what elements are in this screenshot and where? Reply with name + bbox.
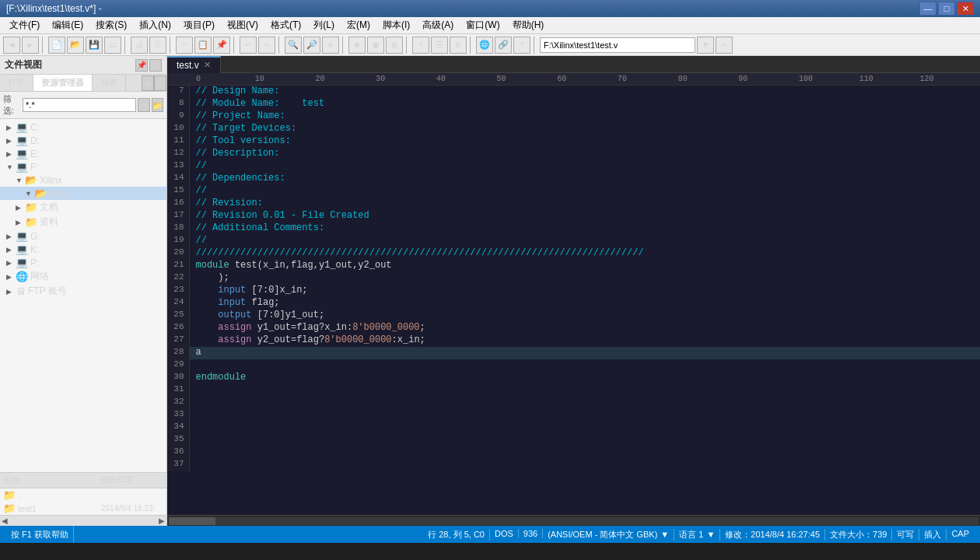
scrollbar-thumb[interactable] — [169, 517, 215, 525]
lang-section[interactable]: 语言 1 ▼ — [674, 529, 720, 541]
code-row[interactable]: 27 assign y2_out=flag?8'b0000_0000:x_in; — [167, 334, 980, 347]
code-row[interactable]: 34 — [167, 422, 980, 434]
code-row[interactable]: 9// Project Name: — [167, 110, 980, 123]
line-content[interactable]: // — [189, 160, 980, 173]
toolbar-web2[interactable]: 🔗 — [495, 37, 512, 54]
toolbar-b5[interactable]: ☰ — [431, 37, 448, 54]
line-content[interactable] — [189, 359, 980, 372]
toolbar-open[interactable]: 📂 — [67, 37, 84, 54]
code-row[interactable]: 10// Target Devices: — [167, 123, 980, 135]
code-row[interactable]: 25 output [7:0]y1_out; — [167, 310, 980, 322]
menu-insert[interactable]: 插入(N) — [133, 17, 177, 33]
menu-edit[interactable]: 编辑(E) — [46, 17, 89, 33]
menu-view[interactable]: 视图(V) — [221, 17, 264, 33]
line-content[interactable]: assign y1_out=flag?x_in:8'b0000_0000; — [189, 322, 980, 334]
toolbar-print[interactable]: 🖨 — [131, 37, 148, 54]
code-row[interactable]: 16// Revision: — [167, 198, 980, 210]
editor-tab-test[interactable]: test.v ✕ — [167, 56, 221, 73]
line-content[interactable]: endmodule — [189, 372, 980, 384]
line-content[interactable]: ); — [189, 272, 980, 285]
line-content[interactable] — [189, 434, 980, 446]
line-content[interactable]: // Design Name: — [189, 86, 980, 98]
sidebar-pin-button[interactable]: 📌 — [135, 59, 148, 72]
file-row-test1[interactable]: 📁 test1 2014/8/4 16:23: — [0, 502, 166, 515]
toolbar-web[interactable]: 🌐 — [476, 37, 493, 54]
code-row[interactable]: 15// — [167, 185, 980, 198]
menu-column[interactable]: 列(L) — [307, 17, 341, 33]
code-row[interactable]: 14// Dependencies: — [167, 173, 980, 185]
editor-scrollbar[interactable] — [167, 515, 980, 526]
code-row[interactable]: 32 — [167, 397, 980, 409]
code-row[interactable]: 30endmodule — [167, 372, 980, 384]
code-row[interactable]: 36 — [167, 446, 980, 459]
ansi-dropdown[interactable]: ▼ — [660, 530, 669, 539]
toolbar-b6[interactable]: ⊞ — [450, 37, 467, 54]
line-content[interactable]: ////////////////////////////////////////… — [189, 247, 980, 260]
tree-item-e[interactable]: ▶ 💻 E: — [0, 147, 166, 160]
code-row[interactable]: 7// Design Name: — [167, 86, 980, 98]
toolbar-redo[interactable]: ↪ — [258, 37, 275, 54]
toolbar-help[interactable]: ? — [513, 37, 530, 54]
minimize-button[interactable]: — — [919, 2, 936, 16]
toolbar-addr-go[interactable]: ▼ — [697, 37, 714, 54]
line-content[interactable] — [189, 459, 980, 471]
close-button[interactable]: ✕ — [957, 2, 974, 16]
menu-advanced[interactable]: 高级(A) — [416, 17, 460, 33]
line-content[interactable] — [189, 397, 980, 409]
sidebar-tab-explorer[interactable]: 资源管理器 — [33, 75, 93, 91]
toolbar-save[interactable]: 💾 — [86, 37, 103, 54]
toolbar-find[interactable]: 🔍 — [285, 37, 302, 54]
code-row[interactable]: 8// Module Name: test — [167, 98, 980, 110]
toolbar-undo[interactable]: ↩ — [240, 37, 257, 54]
line-content[interactable]: // Target Devices: — [189, 123, 980, 135]
code-row[interactable]: 12// Description: — [167, 148, 980, 160]
menu-format[interactable]: 格式(T) — [264, 17, 307, 33]
code-row[interactable]: 13// — [167, 160, 980, 173]
scroll-right[interactable]: ▶ — [159, 516, 165, 525]
tree-item-data[interactable]: ▶ 📁 资料 — [0, 215, 166, 229]
toolbar-paste[interactable]: 📌 — [213, 37, 230, 54]
line-content[interactable]: assign y2_out=flag?8'b0000_0000:x_in; — [189, 334, 980, 347]
line-content[interactable] — [189, 384, 980, 397]
toolbar-b1[interactable]: ■ — [348, 37, 366, 54]
code-row[interactable]: 20//////////////////////////////////////… — [167, 247, 980, 260]
tree-item-d[interactable]: ▶ 💻 D: — [0, 134, 166, 147]
filter-go-button[interactable]: ▶ — [138, 98, 149, 112]
scroll-left[interactable]: ◀ — [2, 516, 8, 525]
menu-project[interactable]: 项目(P) — [177, 17, 221, 33]
code-row[interactable]: 18// Additional Comments: — [167, 222, 980, 235]
toolbar-b2[interactable]: ▦ — [367, 37, 384, 54]
filter-browse-button[interactable]: 📁 — [152, 98, 163, 112]
tree-item-c[interactable]: ▶ 💻 C: — [0, 121, 166, 134]
tree-item-xilinx[interactable]: ▼ 📂 Xilinx — [0, 173, 166, 187]
code-row[interactable]: 23 input [7:0]x_in; — [167, 285, 980, 297]
line-content[interactable]: // — [189, 185, 980, 198]
toolbar-cut[interactable]: ✂ — [176, 37, 193, 54]
toolbar-save-all[interactable]: 🗂 — [104, 37, 121, 54]
menu-macro[interactable]: 宏(M) — [341, 17, 376, 33]
code-row[interactable]: 28a — [167, 347, 980, 359]
menu-file[interactable]: 文件(F) — [3, 17, 46, 33]
code-row[interactable]: 29 — [167, 359, 980, 372]
line-content[interactable]: // Additional Comments: — [189, 222, 980, 235]
toolbar-new[interactable]: 📄 — [48, 37, 65, 54]
line-content[interactable]: a — [189, 347, 980, 359]
line-content[interactable]: input flag; — [189, 297, 980, 310]
line-content[interactable] — [189, 409, 980, 422]
line-content[interactable]: // Tool versions: — [189, 135, 980, 148]
toolbar-b4[interactable]: ⚡ — [412, 37, 429, 54]
line-content[interactable]: // Project Name: — [189, 110, 980, 123]
code-row[interactable]: 11// Tool versions: — [167, 135, 980, 148]
line-content[interactable]: // Revision 0.01 - File Created — [189, 210, 980, 222]
lang-dropdown[interactable]: ▼ — [706, 530, 715, 539]
horizontal-scrollbar[interactable] — [169, 517, 978, 525]
code-row[interactable]: 35 — [167, 434, 980, 446]
tree-item-g[interactable]: ▶ 💻 G: — [0, 229, 166, 243]
tree-item-f[interactable]: ▼ 💻 F: — [0, 160, 166, 173]
line-content[interactable]: input [7:0]x_in; — [189, 285, 980, 297]
code-row[interactable]: 31 — [167, 384, 980, 397]
line-content[interactable]: // — [189, 235, 980, 247]
code-row[interactable]: 24 input flag; — [167, 297, 980, 310]
line-content[interactable]: output [7:0]y1_out; — [189, 310, 980, 322]
tab-close-button[interactable]: ✕ — [204, 60, 211, 70]
